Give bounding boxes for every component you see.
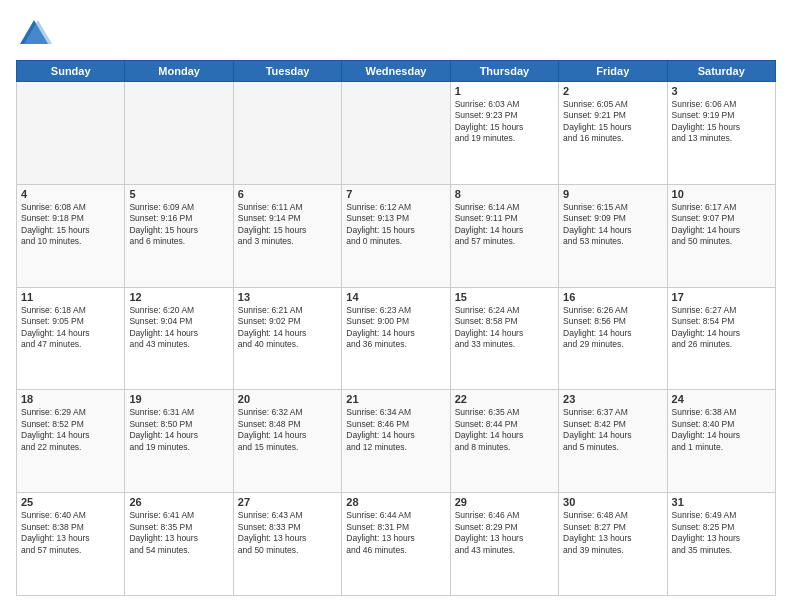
day-info: Sunrise: 6:44 AM Sunset: 8:31 PM Dayligh…	[346, 510, 445, 556]
header	[16, 16, 776, 52]
day-info: Sunrise: 6:37 AM Sunset: 8:42 PM Dayligh…	[563, 407, 662, 453]
day-info: Sunrise: 6:24 AM Sunset: 8:58 PM Dayligh…	[455, 305, 554, 351]
calendar-day-cell: 20Sunrise: 6:32 AM Sunset: 8:48 PM Dayli…	[233, 390, 341, 493]
day-info: Sunrise: 6:05 AM Sunset: 9:21 PM Dayligh…	[563, 99, 662, 145]
day-info: Sunrise: 6:20 AM Sunset: 9:04 PM Dayligh…	[129, 305, 228, 351]
day-number: 19	[129, 393, 228, 405]
day-info: Sunrise: 6:26 AM Sunset: 8:56 PM Dayligh…	[563, 305, 662, 351]
calendar-day-cell: 3Sunrise: 6:06 AM Sunset: 9:19 PM Daylig…	[667, 82, 775, 185]
calendar-table: SundayMondayTuesdayWednesdayThursdayFrid…	[16, 60, 776, 596]
logo-icon	[16, 16, 52, 52]
calendar-day-cell: 18Sunrise: 6:29 AM Sunset: 8:52 PM Dayli…	[17, 390, 125, 493]
day-info: Sunrise: 6:14 AM Sunset: 9:11 PM Dayligh…	[455, 202, 554, 248]
day-of-week-header: Tuesday	[233, 61, 341, 82]
calendar-day-cell: 4Sunrise: 6:08 AM Sunset: 9:18 PM Daylig…	[17, 184, 125, 287]
calendar-day-cell: 2Sunrise: 6:05 AM Sunset: 9:21 PM Daylig…	[559, 82, 667, 185]
day-number: 2	[563, 85, 662, 97]
day-number: 10	[672, 188, 771, 200]
day-number: 26	[129, 496, 228, 508]
calendar-day-cell: 14Sunrise: 6:23 AM Sunset: 9:00 PM Dayli…	[342, 287, 450, 390]
day-number: 14	[346, 291, 445, 303]
calendar-day-cell: 19Sunrise: 6:31 AM Sunset: 8:50 PM Dayli…	[125, 390, 233, 493]
day-number: 23	[563, 393, 662, 405]
day-info: Sunrise: 6:23 AM Sunset: 9:00 PM Dayligh…	[346, 305, 445, 351]
day-number: 3	[672, 85, 771, 97]
day-info: Sunrise: 6:48 AM Sunset: 8:27 PM Dayligh…	[563, 510, 662, 556]
calendar-day-cell: 6Sunrise: 6:11 AM Sunset: 9:14 PM Daylig…	[233, 184, 341, 287]
day-of-week-header: Saturday	[667, 61, 775, 82]
day-number: 20	[238, 393, 337, 405]
calendar-day-cell: 17Sunrise: 6:27 AM Sunset: 8:54 PM Dayli…	[667, 287, 775, 390]
day-info: Sunrise: 6:17 AM Sunset: 9:07 PM Dayligh…	[672, 202, 771, 248]
day-number: 22	[455, 393, 554, 405]
day-number: 29	[455, 496, 554, 508]
calendar-day-cell: 22Sunrise: 6:35 AM Sunset: 8:44 PM Dayli…	[450, 390, 558, 493]
calendar-day-cell: 24Sunrise: 6:38 AM Sunset: 8:40 PM Dayli…	[667, 390, 775, 493]
calendar-week-row: 25Sunrise: 6:40 AM Sunset: 8:38 PM Dayli…	[17, 493, 776, 596]
calendar-day-cell: 25Sunrise: 6:40 AM Sunset: 8:38 PM Dayli…	[17, 493, 125, 596]
day-number: 17	[672, 291, 771, 303]
calendar-day-cell: 21Sunrise: 6:34 AM Sunset: 8:46 PM Dayli…	[342, 390, 450, 493]
calendar-day-cell: 7Sunrise: 6:12 AM Sunset: 9:13 PM Daylig…	[342, 184, 450, 287]
day-number: 27	[238, 496, 337, 508]
day-info: Sunrise: 6:31 AM Sunset: 8:50 PM Dayligh…	[129, 407, 228, 453]
day-number: 15	[455, 291, 554, 303]
day-info: Sunrise: 6:18 AM Sunset: 9:05 PM Dayligh…	[21, 305, 120, 351]
day-number: 21	[346, 393, 445, 405]
day-of-week-header: Thursday	[450, 61, 558, 82]
day-info: Sunrise: 6:41 AM Sunset: 8:35 PM Dayligh…	[129, 510, 228, 556]
day-info: Sunrise: 6:08 AM Sunset: 9:18 PM Dayligh…	[21, 202, 120, 248]
day-info: Sunrise: 6:32 AM Sunset: 8:48 PM Dayligh…	[238, 407, 337, 453]
calendar-day-cell	[342, 82, 450, 185]
calendar-day-cell: 23Sunrise: 6:37 AM Sunset: 8:42 PM Dayli…	[559, 390, 667, 493]
calendar-day-cell: 26Sunrise: 6:41 AM Sunset: 8:35 PM Dayli…	[125, 493, 233, 596]
day-info: Sunrise: 6:34 AM Sunset: 8:46 PM Dayligh…	[346, 407, 445, 453]
day-number: 30	[563, 496, 662, 508]
calendar-week-row: 18Sunrise: 6:29 AM Sunset: 8:52 PM Dayli…	[17, 390, 776, 493]
day-info: Sunrise: 6:12 AM Sunset: 9:13 PM Dayligh…	[346, 202, 445, 248]
day-number: 28	[346, 496, 445, 508]
calendar-day-cell: 30Sunrise: 6:48 AM Sunset: 8:27 PM Dayli…	[559, 493, 667, 596]
day-number: 13	[238, 291, 337, 303]
calendar-week-row: 1Sunrise: 6:03 AM Sunset: 9:23 PM Daylig…	[17, 82, 776, 185]
day-number: 5	[129, 188, 228, 200]
calendar-header-row: SundayMondayTuesdayWednesdayThursdayFrid…	[17, 61, 776, 82]
calendar-day-cell: 11Sunrise: 6:18 AM Sunset: 9:05 PM Dayli…	[17, 287, 125, 390]
day-info: Sunrise: 6:06 AM Sunset: 9:19 PM Dayligh…	[672, 99, 771, 145]
calendar-day-cell: 28Sunrise: 6:44 AM Sunset: 8:31 PM Dayli…	[342, 493, 450, 596]
calendar-day-cell: 27Sunrise: 6:43 AM Sunset: 8:33 PM Dayli…	[233, 493, 341, 596]
day-number: 6	[238, 188, 337, 200]
calendar-day-cell: 10Sunrise: 6:17 AM Sunset: 9:07 PM Dayli…	[667, 184, 775, 287]
calendar-day-cell: 8Sunrise: 6:14 AM Sunset: 9:11 PM Daylig…	[450, 184, 558, 287]
calendar-day-cell: 15Sunrise: 6:24 AM Sunset: 8:58 PM Dayli…	[450, 287, 558, 390]
day-number: 12	[129, 291, 228, 303]
day-info: Sunrise: 6:35 AM Sunset: 8:44 PM Dayligh…	[455, 407, 554, 453]
day-info: Sunrise: 6:29 AM Sunset: 8:52 PM Dayligh…	[21, 407, 120, 453]
day-number: 24	[672, 393, 771, 405]
calendar-week-row: 11Sunrise: 6:18 AM Sunset: 9:05 PM Dayli…	[17, 287, 776, 390]
page: SundayMondayTuesdayWednesdayThursdayFrid…	[0, 0, 792, 612]
day-number: 11	[21, 291, 120, 303]
day-of-week-header: Wednesday	[342, 61, 450, 82]
day-info: Sunrise: 6:21 AM Sunset: 9:02 PM Dayligh…	[238, 305, 337, 351]
calendar-day-cell	[17, 82, 125, 185]
day-info: Sunrise: 6:27 AM Sunset: 8:54 PM Dayligh…	[672, 305, 771, 351]
calendar-day-cell: 12Sunrise: 6:20 AM Sunset: 9:04 PM Dayli…	[125, 287, 233, 390]
day-number: 9	[563, 188, 662, 200]
day-number: 8	[455, 188, 554, 200]
day-of-week-header: Friday	[559, 61, 667, 82]
day-number: 18	[21, 393, 120, 405]
calendar-day-cell: 1Sunrise: 6:03 AM Sunset: 9:23 PM Daylig…	[450, 82, 558, 185]
day-info: Sunrise: 6:49 AM Sunset: 8:25 PM Dayligh…	[672, 510, 771, 556]
calendar-day-cell	[125, 82, 233, 185]
calendar-week-row: 4Sunrise: 6:08 AM Sunset: 9:18 PM Daylig…	[17, 184, 776, 287]
day-of-week-header: Monday	[125, 61, 233, 82]
day-info: Sunrise: 6:38 AM Sunset: 8:40 PM Dayligh…	[672, 407, 771, 453]
calendar-day-cell: 29Sunrise: 6:46 AM Sunset: 8:29 PM Dayli…	[450, 493, 558, 596]
day-info: Sunrise: 6:03 AM Sunset: 9:23 PM Dayligh…	[455, 99, 554, 145]
calendar-day-cell	[233, 82, 341, 185]
day-number: 16	[563, 291, 662, 303]
day-info: Sunrise: 6:40 AM Sunset: 8:38 PM Dayligh…	[21, 510, 120, 556]
day-of-week-header: Sunday	[17, 61, 125, 82]
day-number: 7	[346, 188, 445, 200]
